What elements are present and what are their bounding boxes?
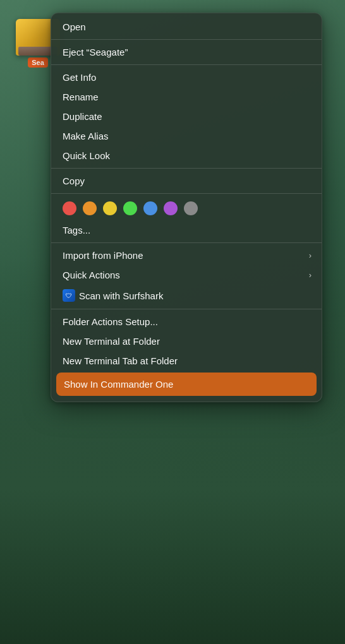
menu-item-label: New Terminal Tab at Folder <box>63 355 178 366</box>
menu-item-new-terminal[interactable]: New Terminal at Folder <box>51 331 322 351</box>
menu-item-label: New Terminal at Folder <box>63 336 160 347</box>
tags-row <box>51 196 322 220</box>
menu-item-folder-actions[interactable]: Folder Actions Setup... <box>51 312 322 331</box>
tag-dot-green[interactable] <box>123 201 137 215</box>
menu-item-label: Duplicate <box>63 111 102 122</box>
menu-item-show-commander[interactable]: Show In Commander One <box>56 373 317 396</box>
menu-separator <box>51 193 322 194</box>
menu-item-label: Rename <box>63 92 99 102</box>
submenu-chevron-icon: › <box>309 270 312 280</box>
menu-item-rename[interactable]: Rename <box>51 87 322 107</box>
menu-item-quick-look[interactable]: Quick Look <box>51 146 322 165</box>
menu-item-label: Scan with Surfshark <box>79 290 163 301</box>
tag-dot-orange[interactable] <box>83 201 97 215</box>
surfshark-icon: 🛡 <box>63 289 75 302</box>
tag-dot-blue[interactable] <box>143 201 157 215</box>
menu-separator <box>51 242 322 243</box>
menu-item-eject[interactable]: Eject “Seagate” <box>51 42 322 62</box>
menu-item-label: Folder Actions Setup... <box>63 316 158 327</box>
menu-item-import-iphone[interactable]: Import from iPhone› <box>51 246 322 265</box>
menu-item-copy[interactable]: Copy <box>51 171 322 191</box>
menu-item-label: Tags... <box>63 225 90 236</box>
tag-dot-yellow[interactable] <box>103 201 117 215</box>
menu-item-label: Copy <box>63 176 85 186</box>
menu-separator <box>51 39 322 40</box>
menu-separator <box>51 309 322 309</box>
tag-dot-gray[interactable] <box>184 201 198 215</box>
menu-item-get-info[interactable]: Get Info <box>51 68 322 87</box>
submenu-chevron-icon: › <box>309 251 312 260</box>
menu-item-label: Quick Actions <box>63 270 120 280</box>
menu-item-label: Import from iPhone <box>63 250 143 261</box>
menu-item-open[interactable]: Open <box>51 17 322 37</box>
menu-item-surfshark[interactable]: 🛡Scan with Surfshark <box>51 285 322 306</box>
menu-separator <box>51 168 322 169</box>
menu-item-label: Quick Look <box>63 150 110 161</box>
menu-item-make-alias[interactable]: Make Alias <box>51 126 322 146</box>
menu-item-duplicate[interactable]: Duplicate <box>51 107 322 126</box>
tag-dot-red[interactable] <box>63 201 76 215</box>
menu-item-tags-label[interactable]: Tags... <box>51 220 322 240</box>
context-menu: OpenEject “Seagate”Get InfoRenameDuplica… <box>51 13 322 402</box>
menu-separator <box>51 64 322 65</box>
drive-label-badge: Sea <box>28 57 48 68</box>
menu-item-label: Get Info <box>63 72 96 83</box>
tag-dot-purple[interactable] <box>164 201 178 215</box>
menu-item-quick-actions[interactable]: Quick Actions› <box>51 265 322 285</box>
menu-item-new-terminal-tab[interactable]: New Terminal Tab at Folder <box>51 351 322 371</box>
menu-item-label: Open <box>63 21 86 32</box>
menu-item-label: Show In Commander One <box>64 379 173 390</box>
menu-item-label: Eject “Seagate” <box>63 47 128 57</box>
menu-item-label: Make Alias <box>63 131 109 141</box>
